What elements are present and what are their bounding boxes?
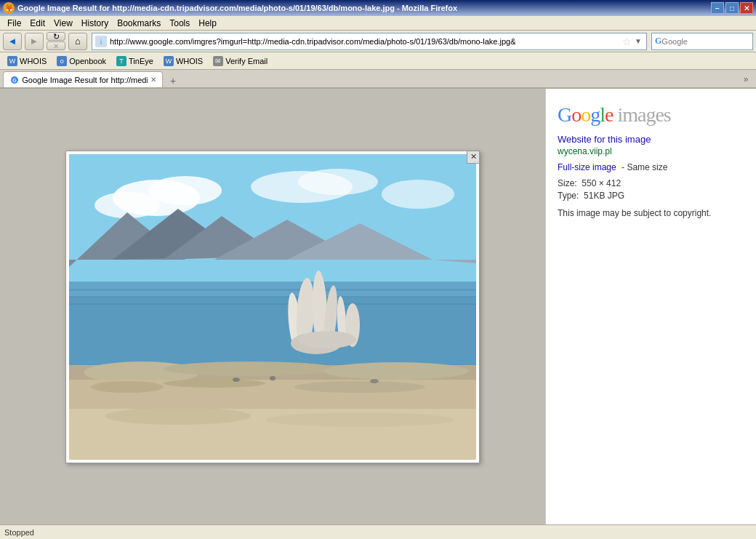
svg-rect-19	[69, 289, 476, 291]
size-label: Size:	[558, 178, 577, 188]
home-button[interactable]: ⌂	[68, 33, 87, 50]
menu-view[interactable]: View	[49, 17, 77, 29]
firefox-icon: 🦊	[3, 2, 15, 14]
copyright-text: This image may be subject to copyright.	[558, 208, 744, 218]
domain-text[interactable]: wycena.viip.pl	[558, 146, 744, 156]
logo-images: images	[617, 103, 670, 126]
titlebar-left: 🦊 Google Image Result for http://media-c…	[3, 2, 457, 14]
fullsize-row: Full-size image - Same size	[558, 162, 744, 172]
titlebar-controls: − □ ✕	[711, 2, 753, 14]
website-link-container: Website for this image	[558, 134, 744, 145]
status-text: Stopped	[4, 528, 34, 537]
svg-point-32	[164, 362, 338, 376]
bookmark-star-icon[interactable]: ☆	[622, 36, 632, 47]
close-image-button[interactable]: ✕	[467, 151, 480, 164]
tineye-icon: T	[116, 56, 126, 66]
svg-point-40	[370, 379, 379, 383]
logo-g2: g	[590, 103, 600, 126]
menu-tools[interactable]: Tools	[165, 17, 194, 29]
tab-label: Google Image Result for http://medi...	[22, 76, 148, 84]
maximize-button[interactable]: □	[725, 2, 739, 14]
logo-e: e	[605, 103, 613, 126]
menu-edit[interactable]: Edit	[25, 17, 49, 29]
svg-point-11	[382, 180, 454, 209]
svg-rect-20	[69, 296, 476, 298]
address-bar-container: i ☆ ▼	[92, 33, 647, 50]
address-input[interactable]	[110, 37, 622, 46]
svg-point-37	[294, 381, 425, 393]
menu-history[interactable]: History	[77, 17, 113, 29]
whois2-icon: W	[164, 56, 174, 66]
address-icon: i	[95, 36, 107, 47]
svg-point-33	[323, 362, 469, 380]
bookmark-verifyemail[interactable]: ✉ Verify Email	[209, 55, 272, 68]
svg-point-38	[233, 378, 240, 382]
google-images-logo: Google images	[558, 103, 744, 127]
svg-text:G: G	[12, 78, 17, 83]
bookmark-openbook-label: Openbook	[69, 57, 106, 65]
new-tab-button[interactable]: +	[166, 74, 180, 87]
bookmark-whois1[interactable]: W WHOIS	[3, 55, 51, 68]
website-link[interactable]: Website for this image	[558, 134, 651, 145]
logo-o1: o	[571, 103, 581, 126]
tab-favicon: G	[9, 75, 19, 85]
menu-bookmarks[interactable]: Bookmarks	[113, 17, 165, 29]
titlebar: 🦊 Google Image Result for http://media-c…	[0, 0, 756, 16]
svg-point-43	[265, 412, 454, 427]
svg-point-36	[164, 379, 265, 388]
navbar: ◄ ► ↻ ✕ ⌂ i ☆ ▼ G 🔍	[0, 31, 756, 52]
size-row: Size: 550 × 412	[558, 178, 744, 188]
size-value: 550 × 412	[582, 178, 621, 188]
svg-point-35	[91, 381, 164, 393]
stop-button[interactable]: ✕	[47, 41, 65, 50]
tab-close-button[interactable]: ✕	[150, 76, 156, 84]
whois1-icon: W	[7, 56, 17, 66]
statusbar: Stopped	[0, 524, 756, 539]
close-button[interactable]: ✕	[740, 2, 753, 14]
svg-rect-21	[69, 303, 476, 305]
forward-button[interactable]: ►	[25, 33, 44, 50]
bookmark-tineye[interactable]: T TinEye	[112, 55, 158, 68]
logo-l: l	[600, 103, 605, 126]
image-panel: ✕	[0, 89, 545, 524]
tabbar: G Google Image Result for http://medi...…	[0, 70, 756, 89]
bookmark-whois1-label: WHOIS	[20, 57, 47, 65]
openbook-icon: o	[57, 56, 67, 66]
same-size-text: - Same size	[622, 162, 667, 172]
back-button[interactable]: ◄	[3, 33, 22, 50]
bookmark-verifyemail-label: Verify Email	[225, 57, 268, 65]
menubar: File Edit View History Bookmarks Tools H…	[0, 16, 756, 31]
image-frame: ✕	[65, 151, 480, 463]
bookmark-whois2-label: WHOIS	[176, 57, 203, 65]
svg-point-42	[105, 407, 251, 425]
fullsize-link[interactable]: Full-size image	[558, 162, 616, 172]
content-area: ✕	[0, 89, 756, 524]
reload-button[interactable]: ↻	[47, 32, 65, 41]
address-dropdown-icon[interactable]: ▼	[635, 37, 642, 45]
menu-file[interactable]: File	[3, 17, 25, 29]
bookmark-openbook[interactable]: o Openbook	[52, 55, 110, 68]
mono-lake-image	[69, 154, 476, 460]
type-row: Type: 51KB JPG	[558, 191, 744, 201]
svg-point-39	[270, 376, 276, 380]
tab-scroll-right[interactable]: »	[739, 71, 753, 87]
type-label: Type:	[558, 191, 579, 201]
titlebar-title: Google Image Result for http://media-cdn…	[17, 4, 457, 12]
svg-point-29	[298, 331, 356, 348]
logo-g: G	[558, 103, 571, 126]
tab-0[interactable]: G Google Image Result for http://medi...…	[3, 71, 163, 87]
search-input[interactable]	[662, 37, 756, 46]
verifyemail-icon: ✉	[213, 56, 223, 66]
logo-o2: o	[581, 103, 590, 126]
svg-text:i: i	[100, 39, 102, 46]
info-panel: Google images Website for this image wyc…	[545, 89, 756, 524]
type-value: 51KB JPG	[584, 191, 624, 201]
bookmark-tineye-label: TinEye	[129, 57, 153, 65]
search-container: G 🔍	[651, 33, 753, 50]
bookmark-whois2[interactable]: W WHOIS	[159, 55, 207, 68]
google-search-icon: G	[655, 34, 662, 49]
svg-point-10	[298, 169, 378, 195]
menu-help[interactable]: Help	[194, 17, 221, 29]
minimize-button[interactable]: −	[711, 2, 724, 14]
bookmarks-bar: W WHOIS o Openbook T TinEye W WHOIS ✉ Ve…	[0, 52, 756, 70]
